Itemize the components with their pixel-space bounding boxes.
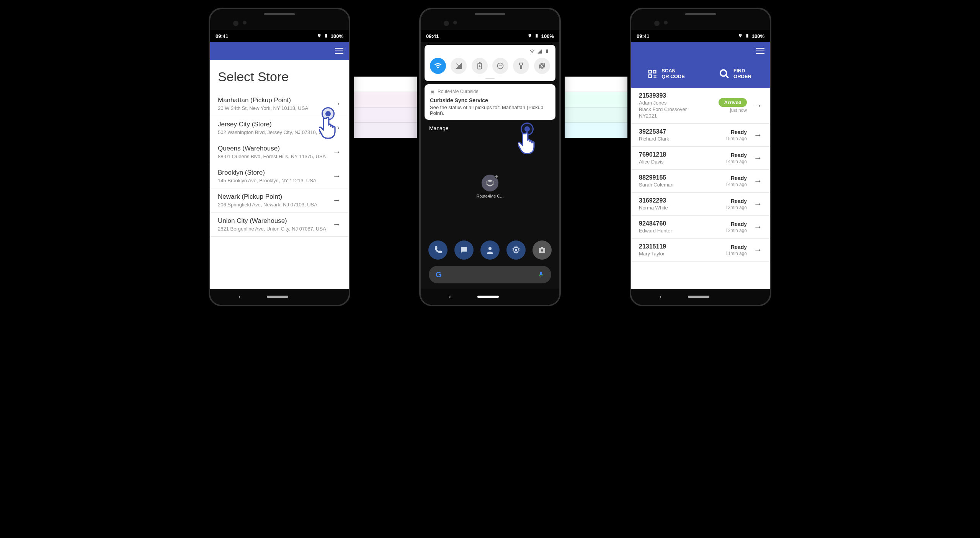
order-customer: Richard Clark <box>639 136 725 142</box>
chevron-right-icon: → <box>754 176 762 186</box>
svg-point-4 <box>515 249 517 251</box>
chevron-right-icon: → <box>754 153 762 163</box>
order-time: 14min ago <box>725 182 747 187</box>
qs-drag-handle[interactable] <box>485 78 495 79</box>
chevron-right-icon: → <box>333 147 341 157</box>
status-bar: 09:41 100% <box>421 30 559 42</box>
qs-rotate-toggle[interactable] <box>534 58 550 74</box>
store-name: Union City (Warehouse) <box>218 217 329 225</box>
signal-icon <box>537 49 542 54</box>
order-item[interactable]: 31692293Norma WhiteReady13min ago→ <box>631 193 770 216</box>
battery-small-icon <box>545 49 549 54</box>
qs-flashlight-toggle[interactable] <box>513 58 529 74</box>
find-order-button[interactable]: FIND ORDER <box>701 60 770 88</box>
order-item[interactable]: 92484760Edward HunterReady12min ago→ <box>631 216 770 239</box>
notification-title: Curbside Sync Service <box>430 97 550 103</box>
chevron-right-icon: → <box>754 130 762 140</box>
status-badge: Arrived <box>719 98 747 107</box>
battery-icon <box>324 33 328 39</box>
quick-settings-panel <box>425 45 555 81</box>
google-logo-icon: G <box>436 270 442 279</box>
car-icon <box>430 89 435 94</box>
nav-home-pill[interactable] <box>477 296 499 298</box>
order-number: 21539393 <box>639 92 719 99</box>
order-item[interactable]: 88299155Sarah ColemanReady14min ago→ <box>631 170 770 193</box>
store-item[interactable]: Brooklyn (Store)145 Brooklyn Ave, Brookl… <box>210 164 349 188</box>
chevron-right-icon: → <box>333 219 341 229</box>
google-search-bar[interactable]: G <box>429 266 551 283</box>
order-number: 39225347 <box>639 128 725 135</box>
qs-wifi-toggle[interactable] <box>430 58 446 74</box>
dock-camera-icon[interactable] <box>532 240 552 260</box>
notification-app-name: Route4Me Curbside <box>438 89 479 94</box>
nav-home-pill[interactable] <box>688 296 709 298</box>
order-status: Ready <box>731 129 747 135</box>
order-customer: Sarah Coleman <box>639 182 725 188</box>
battery-icon <box>745 33 750 39</box>
order-item[interactable]: 39225347Richard ClarkReady15min ago→ <box>631 124 770 147</box>
action-row: SCAN QR CODE FIND ORDER <box>631 60 770 88</box>
chevron-right-icon: → <box>754 199 762 209</box>
status-bar: 09:41 100% <box>210 30 349 42</box>
chevron-right-icon: → <box>754 245 762 255</box>
store-list: Manhattan (Pickup Point)20 W 34th St, Ne… <box>210 92 349 289</box>
home-app-label: Route4Me C... <box>477 194 504 198</box>
store-address: 88-01 Queens Blvd, Forest Hills, NY 1137… <box>218 154 329 159</box>
svg-point-6 <box>720 70 727 76</box>
qs-dnd-toggle[interactable] <box>492 58 508 74</box>
dock-settings-icon[interactable] <box>506 240 526 260</box>
home-app-shortcut[interactable]: Route4Me C... <box>477 175 504 198</box>
order-customer: Norma White <box>639 205 725 211</box>
store-item[interactable]: Queens (Warehouse)88-01 Queens Blvd, For… <box>210 140 349 164</box>
qs-cellular-toggle[interactable] <box>451 58 467 74</box>
chevron-right-icon: → <box>754 222 762 232</box>
order-time: 15min ago <box>725 136 747 141</box>
store-item[interactable]: Union City (Warehouse)2821 Bergenline Av… <box>210 213 349 237</box>
store-name: Newark (Pickup Point) <box>218 193 329 201</box>
store-address: 145 Brooklyn Ave, Brooklyn, NY 11213, US… <box>218 178 329 183</box>
dock-contacts-icon[interactable] <box>480 240 500 260</box>
dock-messages-icon[interactable] <box>454 240 474 260</box>
order-status: Ready <box>731 198 747 204</box>
nav-back-icon[interactable]: ‹ <box>238 293 240 300</box>
battery-pct: 100% <box>331 33 343 39</box>
store-item[interactable]: Jersey City (Store)502 Washington Blvd, … <box>210 116 349 140</box>
store-name: Jersey City (Store) <box>218 121 329 128</box>
order-status: Ready <box>731 152 747 158</box>
dock-phone-icon[interactable] <box>428 240 448 260</box>
order-number: 88299155 <box>639 174 725 181</box>
location-icon <box>738 33 743 39</box>
scan-qr-button[interactable]: SCAN QR CODE <box>631 60 701 88</box>
home-dock <box>428 240 552 260</box>
order-item[interactable]: 76901218Alice DavisReady14min ago→ <box>631 147 770 170</box>
mic-icon[interactable] <box>537 271 544 278</box>
manage-notifications-link[interactable]: Manage <box>421 120 559 137</box>
store-address: 206 Springfield Ave, Newark, NJ 07103, U… <box>218 202 329 208</box>
order-item[interactable]: 21315119Mary TaylorReady11min ago→ <box>631 239 770 262</box>
nav-back-icon[interactable]: ‹ <box>660 293 662 300</box>
svg-point-2 <box>521 67 522 67</box>
order-time: 11min ago <box>725 251 747 256</box>
order-time: 13min ago <box>725 205 747 210</box>
android-nav-bar: ‹ <box>210 289 349 305</box>
svg-point-3 <box>488 247 492 250</box>
qs-battery-saver-toggle[interactable] <box>472 58 488 74</box>
store-item[interactable]: Manhattan (Pickup Point)20 W 34th St, Ne… <box>210 92 349 116</box>
wifi-icon <box>529 49 535 54</box>
store-item[interactable]: Newark (Pickup Point)206 Springfield Ave… <box>210 188 349 213</box>
nav-back-icon[interactable]: ‹ <box>449 293 451 300</box>
chevron-right-icon: → <box>333 171 341 181</box>
app-bar <box>210 42 349 60</box>
store-address: 2821 Bergenline Ave, Union City, NJ 0708… <box>218 226 329 232</box>
menu-icon[interactable] <box>335 48 343 54</box>
chevron-right-icon: → <box>333 123 341 133</box>
menu-icon[interactable] <box>756 48 764 54</box>
order-item[interactable]: 21539393Adam JonesBlack Ford CrossoverNY… <box>631 88 770 124</box>
order-customer: Adam Jones <box>639 100 719 106</box>
order-number: 92484760 <box>639 220 725 227</box>
notification-card[interactable]: Route4Me Curbside Curbside Sync Service … <box>425 84 555 120</box>
battery-icon <box>534 33 539 39</box>
notification-body: See the status of all pickups for: Manha… <box>430 105 550 116</box>
nav-home-pill[interactable] <box>267 296 288 298</box>
android-nav-bar: ‹ <box>421 289 559 305</box>
